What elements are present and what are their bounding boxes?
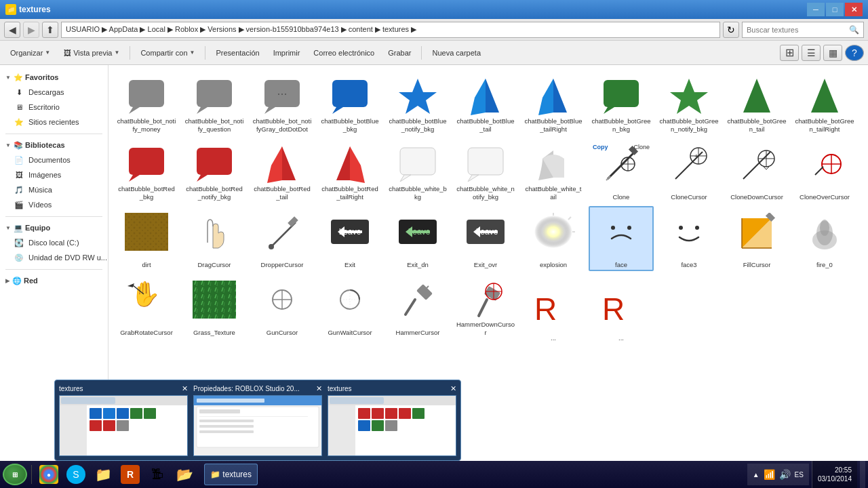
taskbar: ⊞ ● S 📁 R 🗜 📂 📁 textures (0, 461, 868, 488)
file-item-chatbubble-botred-notify[interactable]: chatBubble_botRed_notify_bkg (182, 138, 247, 203)
save-button[interactable]: Grabar (382, 43, 417, 62)
file-item-chatbubble-botgreen-tailright[interactable]: chatBubble_botGreen_tailRight (792, 70, 857, 136)
taskbar-winzip[interactable]: 🗜 (144, 464, 170, 485)
email-button[interactable]: Correo electrónico (307, 43, 380, 62)
file-item-grass[interactable]: Grass_Texture (182, 274, 247, 339)
breadcrumb[interactable]: USUARIO ▶ AppData ▶ Local ▶ Roblox ▶ Ver… (61, 22, 720, 38)
file-item-chatbubble-bot-money[interactable]: chatBubble_bot_notify_money (114, 70, 179, 136)
file-item-clonecursor[interactable]: + CloneCursor (656, 138, 722, 203)
network-label: 🌐 Red (12, 277, 38, 285)
file-item-roblox-2[interactable]: R ... (589, 279, 654, 344)
file-item-dirt[interactable]: dirt (114, 206, 179, 271)
file-name: face3 (659, 261, 719, 268)
sidebar-item-videos[interactable]: 🎬 Vídeos (0, 197, 108, 212)
svg-rect-115 (90, 420, 102, 431)
file-item-chatbubble-botblue-bkg[interactable]: chatBubble_botBlue_bkg (317, 70, 382, 136)
file-item-explosion[interactable]: explosion (521, 206, 586, 271)
sidebar-item-escritorio[interactable]: 🖥 Escritorio (0, 100, 108, 115)
file-item-roblox-1[interactable]: R ... (521, 279, 586, 344)
svg-marker-18 (811, 79, 838, 113)
view-icons-button[interactable]: ⊞ (780, 45, 799, 61)
taskbar-roblox[interactable]: R (117, 464, 143, 485)
file-item-fire0[interactable]: fire_0 (792, 206, 857, 271)
show-hidden-icon[interactable]: ▲ (753, 471, 760, 479)
file-item-dragcursor[interactable]: DragCursor (182, 206, 247, 271)
file-thumbnail (393, 142, 442, 186)
share-button[interactable]: Compartir con ▼ (134, 43, 201, 62)
start-button[interactable]: ⊞ (3, 464, 27, 485)
search-input[interactable] (747, 26, 846, 34)
taskbar-chrome[interactable]: ● (36, 464, 62, 485)
thumb-close-2[interactable]: ✕ (316, 384, 322, 393)
file-item-chatbubble-white-notify[interactable]: chatBubble_white_notify_bkg (453, 138, 518, 203)
svg-marker-17 (743, 79, 770, 113)
network-header[interactable]: ▶ 🌐 Red (0, 274, 108, 288)
sidebar-item-recientes[interactable]: ⭐ Sitios recientes (0, 115, 108, 129)
view-details-button[interactable]: ☰ (802, 45, 821, 61)
help-button[interactable]: ? (845, 45, 864, 61)
sidebar-item-documentos[interactable]: 📄 Documentos (0, 152, 108, 167)
new-folder-button[interactable]: Nueva carpeta (426, 43, 487, 62)
file-item-hammercursor[interactable]: HammerCursor (385, 274, 450, 339)
maximize-button[interactable]: □ (826, 3, 844, 16)
organize-button[interactable]: Organizar ▼ (4, 43, 56, 62)
svg-point-68 (534, 216, 572, 248)
svg-rect-29 (468, 148, 503, 175)
file-item-chatbubble-botgreen-tail[interactable]: chatBubble_botGreen_tail (724, 70, 789, 136)
file-item-chatbubble-botblue-notify[interactable]: chatBubble_botBlue_notify_bkg (385, 70, 450, 136)
forward-button[interactable]: ▶ (23, 22, 39, 38)
taskbar-explorer[interactable]: 📁 (90, 464, 116, 485)
file-item-hammerdowncursor[interactable]: HammerDownCursor (453, 274, 518, 339)
file-item-clone[interactable]: Copy Clone Clone (589, 138, 654, 203)
file-item-chatbubble-white-bkg[interactable]: chatBubble_white_bkg (385, 138, 450, 203)
file-item-cloneovercursor[interactable]: CloneOverCursor (792, 138, 857, 203)
thumb-close-3[interactable]: ✕ (450, 384, 456, 393)
back-button[interactable]: ◀ (4, 22, 20, 38)
file-item-chatbubble-botblue-tail[interactable]: chatBubble_botBlue_tail (453, 70, 518, 136)
file-item-chatbubble-bot-question[interactable]: chatBubble_bot_notify_question (182, 70, 247, 136)
file-item-chatbubble-white-tail[interactable]: chatBubble_white_tail (521, 138, 586, 203)
file-item-exit-dn[interactable]: Leave Exit_dn (385, 206, 450, 271)
taskbar-skype[interactable]: S (63, 464, 89, 485)
minimize-button[interactable]: ─ (807, 3, 825, 16)
file-name: chatBubble_botRed_tail (252, 185, 312, 201)
sidebar-item-dvd[interactable]: 💿 Unidad de DVD RW u... (0, 250, 108, 265)
file-item-guncursor[interactable]: GunCursor (250, 274, 315, 339)
file-item-clonedowncursor[interactable]: CloneDownCursor (724, 138, 789, 203)
view-options-button[interactable]: ▦ (823, 45, 842, 61)
sidebar-item-descargas[interactable]: ⬇ Descargas (0, 85, 108, 100)
file-item-chatbubble-botgreen-bkg[interactable]: chatBubble_botGreen_bkg (589, 70, 654, 136)
show-desktop-button[interactable] (860, 461, 865, 488)
file-item-face[interactable]: face (589, 206, 654, 271)
thumb-title-2: Propiedades: ROBLOX Studio 20... (193, 385, 300, 392)
taskbar-textures-1[interactable]: 📁 textures (204, 464, 258, 485)
file-item-chatbubble-botblue-tailright[interactable]: chatBubble_botBlue_tailRight (521, 70, 586, 136)
file-item-droppercursor[interactable]: DropperCursor (250, 206, 315, 271)
file-item-chatbubble-botred-bkg[interactable]: chatBubble_botRed_bkg (114, 138, 179, 203)
taskbar-folder[interactable]: 📂 (172, 464, 197, 485)
libraries-header[interactable]: ▼ 📚 Bibliotecas (0, 138, 108, 152)
close-button[interactable]: ✕ (845, 3, 863, 16)
sidebar-item-musica[interactable]: 🎵 Música (0, 182, 108, 197)
refresh-button[interactable]: ↻ (723, 22, 739, 38)
file-item-fillcursor[interactable]: FillCursor (724, 206, 789, 271)
presentation-button[interactable]: Presentación (210, 43, 265, 62)
file-item-face3[interactable]: face3 (656, 206, 722, 271)
thumb-close-1[interactable]: ✕ (182, 384, 188, 393)
file-item-chatbubble-botgreen-notify[interactable]: chatBubble_botGreen_notify_bkg (656, 70, 722, 136)
up-button[interactable]: ⬆ (42, 22, 58, 38)
file-item-gunwait[interactable]: GunWaitCursor (317, 274, 382, 339)
print-button[interactable]: Imprimir (267, 43, 307, 62)
preview-button[interactable]: 🖼 Vista previa ▼ (58, 43, 125, 62)
sidebar-item-imagenes[interactable]: 🖼 Imágenes (0, 167, 108, 182)
computer-header[interactable]: ▼ 💻 Equipo (0, 221, 108, 235)
favorites-header[interactable]: ▼ ⭐ Favoritos (0, 70, 108, 85)
clock-area[interactable]: 20:55 03/10/2014 (812, 461, 857, 488)
file-item-exit[interactable]: Leave Exit (317, 206, 382, 271)
file-item-chatbubble-bot-gray[interactable]: ··· chatBubble_bot_notifyGray_dotDotDot (250, 70, 315, 136)
file-item-grabrotate[interactable]: ✋ GrabRotateCursor (114, 274, 179, 339)
file-item-chatbubble-botred-tailright[interactable]: chatBubble_botRed_tailRight (317, 138, 382, 203)
file-item-chatbubble-botred-tail[interactable]: chatBubble_botRed_tail (250, 138, 315, 203)
sidebar-item-diskc[interactable]: 💽 Disco local (C:) (0, 235, 108, 250)
file-item-exit-ovr[interactable]: Leave Exit_ovr (453, 206, 518, 271)
